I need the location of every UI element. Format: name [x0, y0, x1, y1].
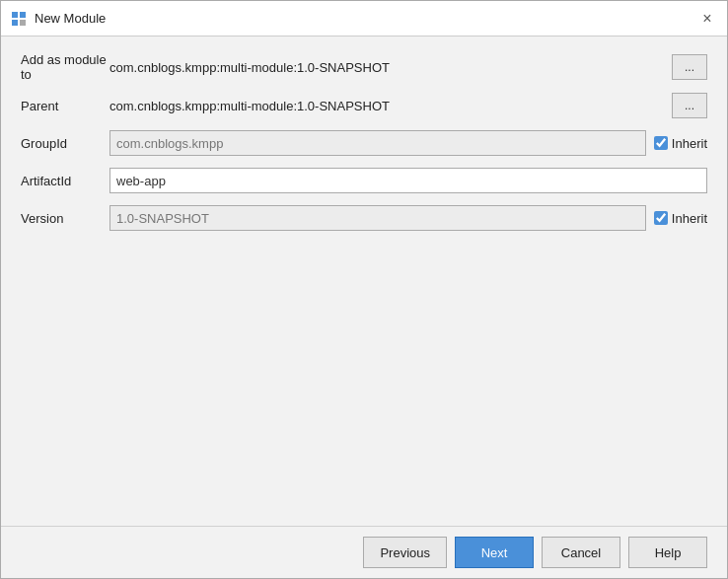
- add-as-module-label: Add as module to: [21, 52, 109, 82]
- version-label: Version: [21, 211, 109, 226]
- dialog-title: New Module: [35, 11, 106, 26]
- group-id-input[interactable]: [109, 130, 646, 156]
- parent-value: com.cnblogs.kmpp:multi-module:1.0-SNAPSH…: [109, 99, 664, 113]
- add-as-module-browse-button[interactable]: ...: [672, 54, 707, 80]
- version-inherit-checkbox[interactable]: [654, 211, 668, 225]
- add-as-module-row: Add as module to com.cnblogs.kmpp:multi-…: [21, 52, 707, 82]
- new-module-dialog: New Module × Add as module to com.cnblog…: [0, 0, 728, 579]
- previous-button[interactable]: Previous: [363, 537, 447, 568]
- next-button[interactable]: Next: [455, 537, 534, 568]
- form-content: Add as module to com.cnblogs.kmpp:multi-…: [1, 36, 727, 526]
- artifact-id-label: ArtifactId: [21, 174, 109, 188]
- footer: Previous Next Cancel Help: [1, 526, 727, 578]
- version-inherit-row: Inherit: [654, 211, 707, 226]
- group-id-inherit-label: Inherit: [672, 136, 707, 151]
- group-id-label: GroupId: [21, 136, 109, 151]
- parent-browse-button[interactable]: ...: [672, 93, 707, 118]
- cancel-button[interactable]: Cancel: [542, 537, 620, 568]
- module-icon: [11, 11, 27, 27]
- parent-label: Parent: [21, 99, 109, 113]
- version-row: Version Inherit: [21, 204, 707, 232]
- parent-row: Parent com.cnblogs.kmpp:multi-module:1.0…: [21, 92, 707, 119]
- version-inherit-label: Inherit: [672, 211, 707, 226]
- add-as-module-value: com.cnblogs.kmpp:multi-module:1.0-SNAPSH…: [109, 60, 664, 75]
- svg-rect-0: [12, 12, 18, 18]
- artifact-id-row: ArtifactId: [21, 167, 707, 194]
- svg-rect-1: [20, 12, 26, 18]
- group-id-inherit-checkbox[interactable]: [654, 136, 668, 150]
- title-bar: New Module ×: [1, 1, 727, 36]
- close-button[interactable]: ×: [697, 9, 717, 29]
- group-id-row: GroupId Inherit: [21, 129, 707, 157]
- title-bar-left: New Module: [11, 11, 106, 27]
- help-button[interactable]: Help: [628, 537, 707, 568]
- group-id-inherit-row: Inherit: [654, 136, 707, 151]
- svg-rect-2: [12, 20, 18, 26]
- svg-rect-3: [20, 20, 26, 26]
- version-input[interactable]: [109, 205, 646, 231]
- artifact-id-input[interactable]: [109, 168, 707, 193]
